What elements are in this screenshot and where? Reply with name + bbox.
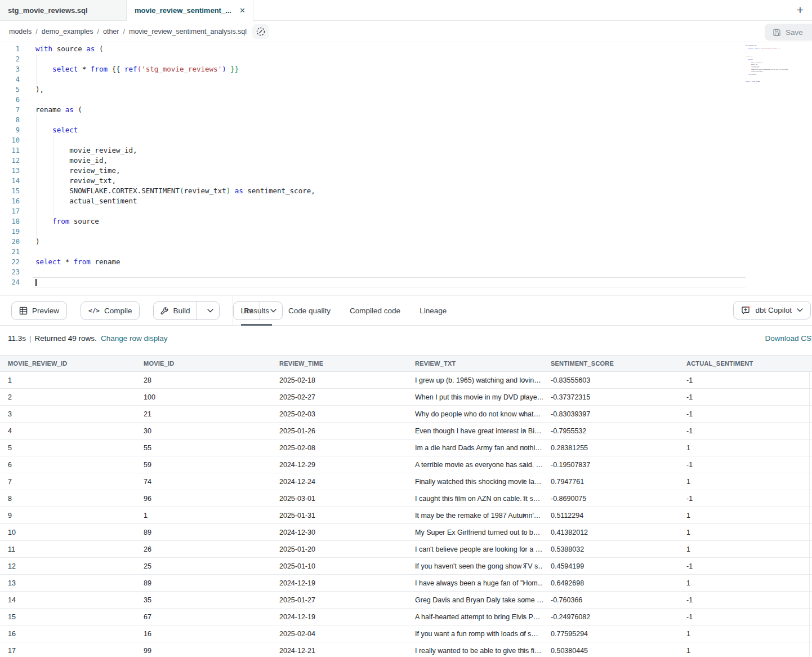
- results-meta-row: 11.3s|Returned 49 rows. Change row displ…: [0, 326, 812, 355]
- code-line: 21: [0, 247, 812, 257]
- build-dropdown-button[interactable]: [202, 302, 219, 319]
- tab-lineage[interactable]: Lineage: [420, 296, 447, 326]
- line-number: 13: [0, 166, 20, 176]
- download-csv-link[interactable]: Download CSV: [765, 334, 812, 343]
- cell-value: 0.41382012: [551, 529, 588, 536]
- query-duration: 11.3s: [8, 334, 26, 343]
- cell-value: -0.7955532: [551, 427, 586, 435]
- editor-tab-1[interactable]: stg_movie_reviews.sql: [0, 0, 127, 20]
- cell-movie_id: 89: [136, 579, 271, 587]
- expand-row-icon[interactable]: ›: [523, 579, 525, 587]
- line-number: 5: [0, 85, 20, 95]
- table-row: 912025-01-31It may be the remake of 1987…: [0, 507, 812, 524]
- cell-value: 89: [144, 579, 151, 587]
- column-header-movie_id[interactable]: MOVIE_ID: [136, 360, 271, 367]
- code-editor[interactable]: 1with source as (23 select * from {{ ref…: [0, 42, 812, 295]
- tab-code-quality[interactable]: Code quality: [288, 296, 331, 326]
- column-header-review_time[interactable]: REVIEW_TIME: [271, 360, 407, 367]
- tab-label: stg_movie_reviews.sql: [8, 6, 118, 15]
- column-header-review_txt[interactable]: REVIEW_TXT: [407, 360, 543, 367]
- expand-row-icon[interactable]: ›: [523, 410, 525, 418]
- expand-row-icon[interactable]: ›: [523, 495, 525, 503]
- change-row-display-link[interactable]: Change row display: [101, 334, 168, 343]
- column-header-actual_sentiment[interactable]: ACTUAL_SENTIMENT: [679, 360, 812, 367]
- cell-value: Why do people who do not know what…: [415, 410, 541, 418]
- line-text: ): [35, 237, 812, 247]
- cell-value: 8: [8, 495, 12, 503]
- expand-row-icon[interactable]: ›: [523, 427, 525, 435]
- line-number: 24: [0, 277, 20, 287]
- cell-movie_id: 25: [136, 562, 271, 570]
- expand-row-icon[interactable]: ›: [523, 393, 525, 401]
- editor-minimap[interactable]: with source as ( select * from {{ ref('s…: [746, 45, 788, 93]
- cell-review_time: 2025-01-27: [271, 596, 407, 604]
- cell-value: 2025-02-03: [279, 410, 315, 418]
- line-text: select: [35, 125, 812, 135]
- preview-button[interactable]: Preview: [11, 301, 67, 320]
- expand-row-icon[interactable]: ›: [523, 630, 525, 638]
- new-tab-button[interactable]: +: [792, 2, 809, 19]
- line-text: from source: [35, 216, 812, 227]
- cell-movie_review_id: 6: [0, 461, 136, 469]
- expand-row-icon[interactable]: ›: [523, 461, 525, 469]
- close-tab-icon[interactable]: ×: [240, 6, 245, 16]
- table-row: 12252025-01-10If you haven't seen the go…: [0, 558, 812, 575]
- table-row: 7742024-12-24Finally watched this shocki…: [0, 473, 812, 490]
- expand-row-icon[interactable]: ›: [523, 478, 525, 486]
- tab-label: movie_review_sentiment_...: [135, 6, 234, 15]
- line-text: actual_sentiment: [35, 196, 812, 206]
- editor-tab-2[interactable]: movie_review_sentiment_...×: [127, 0, 253, 21]
- cell-actual_sentiment: 1: [679, 512, 812, 520]
- breadcrumb-segment[interactable]: models: [9, 28, 32, 35]
- breadcrumb-segment[interactable]: movie_review_sentiment_analysis.sql: [129, 28, 247, 35]
- line-text: [35, 135, 812, 145]
- code-line: 23: [0, 267, 812, 277]
- column-header-sentiment_score[interactable]: SENTIMENT_SCORE: [543, 360, 679, 367]
- expand-row-icon[interactable]: ›: [523, 545, 525, 553]
- build-label: Build: [173, 307, 190, 315]
- breadcrumb-segment[interactable]: demo_examples: [42, 28, 93, 35]
- scrollbar-track[interactable]: [809, 372, 810, 657]
- line-number: 22: [0, 257, 20, 267]
- expand-row-icon[interactable]: ›: [523, 562, 525, 570]
- cell-review_time: 2025-02-18: [271, 376, 407, 384]
- compile-button[interactable]: </> Compile: [81, 301, 140, 320]
- cell-review_time: 2025-02-27: [271, 393, 407, 401]
- expand-row-icon[interactable]: ›: [523, 376, 525, 384]
- expand-row-icon[interactable]: ›: [523, 444, 525, 452]
- line-number: 3: [0, 64, 20, 74]
- cell-value: 3: [8, 410, 12, 418]
- line-number: 20: [0, 237, 20, 247]
- dbt-copilot-button[interactable]: dbt Copilot: [733, 301, 811, 319]
- table-row: 4302025-01-26Even though I have great in…: [0, 423, 812, 440]
- table-row: 6592024-12-29A terrible movie as everyon…: [0, 456, 812, 473]
- save-button[interactable]: Save: [765, 24, 812, 41]
- build-button[interactable]: Build: [154, 302, 197, 319]
- code-line: 4: [0, 74, 812, 85]
- cell-actual_sentiment: 1: [679, 478, 812, 486]
- cell-value: 7: [8, 478, 12, 486]
- results-table-header: MOVIE_REVIEW_IDMOVIE_IDREVIEW_TIMEREVIEW…: [0, 355, 812, 372]
- line-text: rename as (: [35, 105, 812, 115]
- expand-row-icon[interactable]: ›: [523, 512, 525, 520]
- minimap-line: [746, 84, 788, 86]
- breadcrumb-segment[interactable]: other: [103, 28, 119, 35]
- cell-value: 15: [8, 613, 16, 621]
- tab-results[interactable]: Results: [244, 296, 269, 326]
- code-line: 14 review_txt,: [0, 176, 812, 186]
- cell-movie_review_id: 2: [0, 393, 136, 401]
- expand-row-icon[interactable]: ›: [523, 596, 525, 604]
- cell-actual_sentiment: -1: [679, 393, 812, 401]
- expand-row-icon[interactable]: ›: [523, 647, 525, 655]
- tab-compiled-code[interactable]: Compiled code: [350, 296, 400, 326]
- expand-row-icon[interactable]: ›: [523, 613, 525, 621]
- expand-row-icon[interactable]: ›: [523, 529, 525, 536]
- column-header-movie_review_id[interactable]: MOVIE_REVIEW_ID: [0, 360, 136, 367]
- defer-state-button[interactable]: [252, 24, 269, 39]
- code-line: 10: [0, 135, 812, 145]
- line-number: 23: [0, 267, 20, 277]
- code-line: 22select * from rename: [0, 257, 812, 267]
- cell-review_time: 2025-02-08: [271, 444, 407, 452]
- cell-value: -0.83555603: [551, 376, 590, 384]
- cell-movie_review_id: 14: [0, 596, 136, 604]
